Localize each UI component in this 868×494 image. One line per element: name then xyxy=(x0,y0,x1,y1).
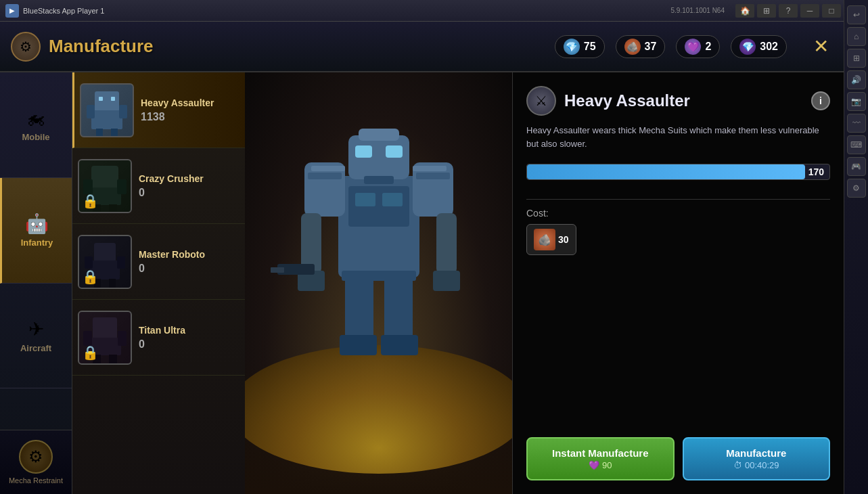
resource-purple-light: 💜 2 xyxy=(676,35,720,58)
manufacture-btn-sub: ⏱ 00:40:29 xyxy=(733,460,779,470)
header-left: ⚙ Manufacture xyxy=(11,32,154,62)
bs-gamepad-button[interactable]: 🎮 xyxy=(847,157,866,176)
unit-info-crazy-crusher: Crazy Crusher 0 xyxy=(139,173,239,199)
page-title: Manufacture xyxy=(49,36,154,57)
title-bar: ▶ BlueStacks App Player 1 5.9.101.1001 N… xyxy=(0,0,868,22)
cost-count: 30 xyxy=(558,234,569,245)
minimize-button[interactable]: ─ xyxy=(800,4,819,18)
progress-value: 170 xyxy=(808,166,824,177)
unit-thumb-titan-ultra: 🔒 xyxy=(78,311,132,365)
bs-back-button[interactable]: ↩ xyxy=(847,5,866,24)
action-buttons: Instant Manufacture 💜 90 Manufacture ⏱ 0… xyxy=(526,437,830,480)
category-infantry-label: Infantry xyxy=(21,238,53,248)
lock-overlay-titan-ultra: 🔒 xyxy=(79,312,131,363)
instant-btn-title: Instant Manufacture xyxy=(552,447,649,459)
bs-settings-button[interactable]: ⚙ xyxy=(847,179,866,198)
manufacture-timer-icon: ⏱ xyxy=(733,460,742,470)
game-header: ⚙ Manufacture 💎 75 🪨 37 💜 2 💎 302 ✕ xyxy=(0,22,844,72)
progress-bar-bg: 170 xyxy=(526,164,830,180)
detail-unit-name: Heavy Assaulter xyxy=(564,91,803,110)
svg-rect-47 xyxy=(381,335,418,355)
svg-rect-0 xyxy=(95,91,119,112)
help-button[interactable]: ? xyxy=(779,4,798,18)
unit-item-master-roboto[interactable]: 🔒 Master Roboto 0 xyxy=(72,224,245,300)
infantry-icon: 🤖 xyxy=(25,212,49,235)
unit-item-titan-ultra[interactable]: 🔒 Titan Ultra 0 xyxy=(72,300,245,376)
svg-rect-43 xyxy=(359,129,399,141)
blue-gem-count: 75 xyxy=(584,41,596,53)
svg-rect-51 xyxy=(413,166,447,171)
unit-count-master-roboto: 0 xyxy=(139,263,239,275)
svg-rect-32 xyxy=(308,173,342,179)
mecha-restraint-icon: ⚙ xyxy=(19,440,53,474)
unit-item-heavy-assaulter[interactable]: Heavy Assaulter 1138 xyxy=(72,72,245,148)
bs-screenshot-button[interactable]: 📷 xyxy=(847,92,866,111)
svg-rect-49 xyxy=(364,176,394,184)
progress-bar-fill xyxy=(527,164,805,179)
instant-manufacture-button[interactable]: Instant Manufacture 💜 90 xyxy=(526,437,675,480)
svg-rect-33 xyxy=(416,173,450,179)
home-button[interactable]: 🏠 xyxy=(735,4,754,18)
app-title: BlueStacks App Player 1 xyxy=(23,7,670,15)
cost-item: 🪨 30 xyxy=(526,224,576,255)
layout-button[interactable]: ⊞ xyxy=(757,4,776,18)
manufacture-btn-title: Manufacture xyxy=(726,447,786,459)
bs-home-button[interactable]: ⌂ xyxy=(847,27,866,46)
svg-rect-1 xyxy=(91,110,122,129)
header-avatar: ⚙ xyxy=(11,32,41,62)
maximize-button[interactable]: □ xyxy=(822,4,841,18)
cost-label: Cost: xyxy=(526,208,830,219)
resource-bar: 💎 75 🪨 37 💜 2 💎 302 ✕ xyxy=(555,35,833,59)
bs-volume-button[interactable]: 🔊 xyxy=(847,70,866,89)
svg-rect-7 xyxy=(111,97,115,101)
bs-shake-button[interactable]: 〰 xyxy=(847,114,866,133)
svg-rect-39 xyxy=(271,267,284,273)
unit-count-crazy-crusher: 0 xyxy=(139,187,239,199)
svg-rect-2 xyxy=(87,105,95,118)
detail-info-button[interactable]: i xyxy=(811,91,830,110)
unit-info-heavy-assaulter: Heavy Assaulter 1138 xyxy=(141,97,239,123)
cost-section: Cost: 🪨 30 xyxy=(526,208,830,255)
category-aircraft-label: Aircraft xyxy=(20,343,51,353)
svg-rect-35 xyxy=(436,213,457,274)
detail-header: ⚔ Heavy Assaulter i xyxy=(526,86,830,116)
instant-btn-sub: 💜 90 xyxy=(589,460,612,470)
unit-item-crazy-crusher[interactable]: 🔒 Crazy Crusher 0 xyxy=(72,148,245,224)
unit-count-heavy-assaulter: 1138 xyxy=(141,111,239,123)
unit-count-titan-ultra: 0 xyxy=(139,338,239,351)
blue-gem-icon: 💎 xyxy=(564,39,580,55)
bs-keyboard-button[interactable]: ⌨ xyxy=(847,135,866,154)
svg-rect-6 xyxy=(99,97,103,101)
app-icon: ▶ xyxy=(5,4,19,18)
svg-rect-5 xyxy=(111,129,118,136)
app-version: 5.9.101.1001 N64 xyxy=(670,7,725,14)
detail-panel: ⚔ Heavy Assaulter i Heavy Assaulter wear… xyxy=(512,72,844,494)
category-infantry[interactable]: 🤖 Infantry xyxy=(0,178,72,284)
lock-overlay-crazy-crusher: 🔒 xyxy=(79,160,131,212)
unit-info-titan-ultra: Titan Ultra 0 xyxy=(139,325,239,351)
category-mobile[interactable]: 🏍 Mobile xyxy=(0,72,72,178)
svg-rect-50 xyxy=(311,166,345,171)
svg-rect-52 xyxy=(355,193,375,206)
manufacture-close-button[interactable]: ✕ xyxy=(808,35,833,59)
manufacture-button[interactable]: Manufacture ⏱ 00:40:29 xyxy=(683,437,831,480)
category-aircraft[interactable]: ✈ Aircraft xyxy=(0,284,72,389)
unit-thumb-crazy-crusher: 🔒 xyxy=(78,159,132,213)
unit-name-heavy-assaulter: Heavy Assaulter xyxy=(141,97,239,108)
svg-rect-3 xyxy=(119,105,127,118)
cost-resource-icon: 🪨 xyxy=(534,229,555,250)
unit-thumb-master-roboto: 🔒 xyxy=(78,235,132,289)
svg-rect-4 xyxy=(96,129,103,136)
svg-rect-48 xyxy=(342,271,416,281)
progress-section: 170 xyxy=(526,164,830,180)
mecha-restraint[interactable]: ⚙ Mecha Restraint xyxy=(0,430,72,494)
orange-stone-icon: 🪨 xyxy=(624,39,641,55)
resource-purple-dark: 💎 302 xyxy=(731,35,787,58)
unit-name-master-roboto: Master Roboto xyxy=(139,249,239,260)
purple-dark-icon: 💎 xyxy=(739,39,756,55)
bs-recents-button[interactable]: ⊞ xyxy=(847,49,866,68)
main-content: 🏍 Mobile 🤖 Infantry ✈ Aircraft 🚗 Vehicle… xyxy=(0,72,844,494)
separator xyxy=(526,199,830,200)
main-viewport xyxy=(245,72,512,494)
robot-display xyxy=(264,149,494,440)
